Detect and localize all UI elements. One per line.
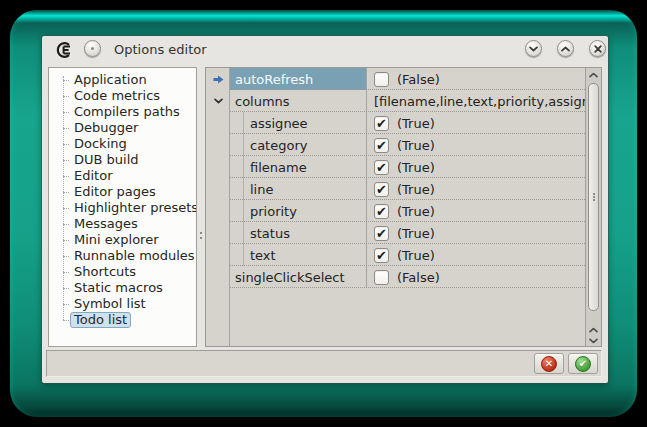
maximize-button[interactable]	[557, 40, 574, 57]
checkbox-checked[interactable]: ✔	[374, 204, 389, 219]
chevron-down-icon	[529, 46, 538, 52]
property-name: singleClickSelect	[230, 266, 366, 288]
sidebar-item-todo-list[interactable]: Todo list	[49, 312, 196, 328]
checkbox-checked[interactable]: ✔	[374, 116, 389, 131]
cancel-button[interactable]: ✕	[534, 353, 564, 374]
sidebar-item-dub-build[interactable]: DUB build	[49, 152, 196, 168]
sidebar-item-editor[interactable]: Editor	[49, 168, 196, 184]
checkbox-checked[interactable]: ✔	[374, 138, 389, 153]
property-row-columns[interactable]: columns[filename,line,text,priority,assi…	[206, 90, 585, 112]
app-logo-icon	[54, 40, 74, 60]
property-row-text[interactable]: text✔(True)	[206, 244, 585, 266]
expand-chevron-icon[interactable]	[206, 90, 230, 112]
gutter-cell	[206, 200, 230, 222]
titlebar[interactable]: Options editor	[42, 36, 608, 63]
property-row-assignee[interactable]: assignee✔(True)	[206, 112, 585, 134]
property-name: filename	[230, 156, 366, 178]
category-sidebar: ApplicationCode metricsCompilers pathsDe…	[48, 67, 197, 347]
menu-dot-icon	[91, 47, 94, 50]
checkbox-checked[interactable]: ✔	[374, 182, 389, 197]
close-button[interactable]	[589, 40, 606, 57]
scroll-up-button[interactable]	[586, 68, 601, 81]
close-icon	[594, 45, 602, 53]
sidebar-item-symbol-list[interactable]: Symbol list	[49, 296, 196, 312]
sidebar-item-shortcuts[interactable]: Shortcuts	[49, 264, 196, 280]
gutter-cell	[206, 156, 230, 178]
property-name: priority	[230, 200, 366, 222]
value-text: (True)	[397, 160, 435, 175]
property-row-line[interactable]: line✔(True)	[206, 178, 585, 200]
value-text: [filename,line,text,priority,assigne	[374, 94, 585, 109]
cancel-icon: ✕	[541, 356, 557, 372]
sidebar-item-code-metrics[interactable]: Code metrics	[49, 88, 196, 104]
sidebar-item-highlighter-presets[interactable]: Highlighter presets	[49, 200, 196, 216]
checkbox-checked[interactable]: ✔	[374, 226, 389, 241]
scroll-up-button-bottom[interactable]	[586, 324, 601, 335]
splitter-handle[interactable]	[200, 232, 202, 234]
sidebar-item-label: Code metrics	[70, 88, 164, 104]
sidebar-item-application[interactable]: Application	[49, 72, 196, 88]
sidebar-item-mini-explorer[interactable]: Mini explorer	[49, 232, 196, 248]
scroll-down-button[interactable]	[586, 335, 601, 346]
accept-button[interactable]: ✔	[568, 353, 598, 374]
gutter-cell	[206, 134, 230, 156]
property-name: status	[230, 222, 366, 244]
property-name: text	[230, 244, 366, 266]
tree-rail	[63, 76, 64, 320]
property-name: category	[230, 134, 366, 156]
sidebar-item-label: Application	[70, 72, 151, 88]
sidebar-item-docking[interactable]: Docking	[49, 136, 196, 152]
property-value: (False)	[366, 266, 585, 288]
property-value: ✔(True)	[366, 222, 585, 244]
checkbox-checked[interactable]: ✔	[374, 248, 389, 263]
sidebar-item-compilers-paths[interactable]: Compilers paths	[49, 104, 196, 120]
sidebar-item-debugger[interactable]: Debugger	[49, 120, 196, 136]
value-text: (True)	[397, 182, 435, 197]
property-row-singleClickSelect[interactable]: singleClickSelect(False)	[206, 266, 585, 288]
property-row-status[interactable]: status✔(True)	[206, 222, 585, 244]
property-value: ✔(True)	[366, 178, 585, 200]
property-row-filename[interactable]: filename✔(True)	[206, 156, 585, 178]
checkbox-checked[interactable]: ✔	[374, 160, 389, 175]
property-grid: autoRefresh(False)columns[filename,line,…	[205, 67, 602, 347]
footer-bar: ✕ ✔	[46, 350, 602, 377]
sidebar-item-label: Todo list	[70, 312, 131, 328]
property-value: ✔(True)	[366, 200, 585, 222]
value-text: (True)	[397, 248, 435, 263]
window-title: Options editor	[114, 42, 207, 57]
property-value: ✔(True)	[366, 134, 585, 156]
property-grid-rows: autoRefresh(False)columns[filename,line,…	[206, 68, 585, 346]
property-value: ✔(True)	[366, 112, 585, 134]
property-row-priority[interactable]: priority✔(True)	[206, 200, 585, 222]
sidebar-item-static-macros[interactable]: Static macros	[49, 280, 196, 296]
property-row-autoRefresh[interactable]: autoRefresh(False)	[206, 68, 585, 90]
scrollbar-thumb[interactable]	[588, 83, 599, 311]
value-text: (True)	[397, 116, 435, 131]
sidebar-item-label: Mini explorer	[70, 232, 163, 248]
value-text: (False)	[397, 72, 440, 87]
gutter-cell	[206, 222, 230, 244]
row-pointer-arrow-icon	[206, 68, 230, 90]
sidebar-item-label: Docking	[70, 136, 131, 152]
sidebar-item-label: Debugger	[70, 120, 142, 136]
window-menu-button[interactable]	[84, 40, 101, 57]
property-value: ✔(True)	[366, 156, 585, 178]
property-name: autoRefresh	[230, 68, 366, 90]
options-editor-dialog: Options editor ApplicationCode metricsCo…	[42, 36, 608, 383]
property-name: line	[230, 178, 366, 200]
property-row-category[interactable]: category✔(True)	[206, 134, 585, 156]
sidebar-item-editor-pages[interactable]: Editor pages	[49, 184, 196, 200]
value-text: (True)	[397, 204, 435, 219]
gutter-cell	[206, 244, 230, 266]
sidebar-item-label: Editor	[70, 168, 116, 184]
checkbox-unchecked[interactable]	[374, 72, 389, 87]
vertical-scrollbar[interactable]	[585, 68, 601, 346]
sidebar-item-messages[interactable]: Messages	[49, 216, 196, 232]
sidebar-item-label: Shortcuts	[70, 264, 140, 280]
value-text: (True)	[397, 138, 435, 153]
sidebar-item-runnable-modules[interactable]: Runnable modules	[49, 248, 196, 264]
chevron-up-icon	[589, 72, 598, 78]
checkbox-unchecked[interactable]	[374, 270, 389, 285]
minimize-button[interactable]	[525, 40, 542, 57]
property-name: assignee	[230, 112, 366, 134]
